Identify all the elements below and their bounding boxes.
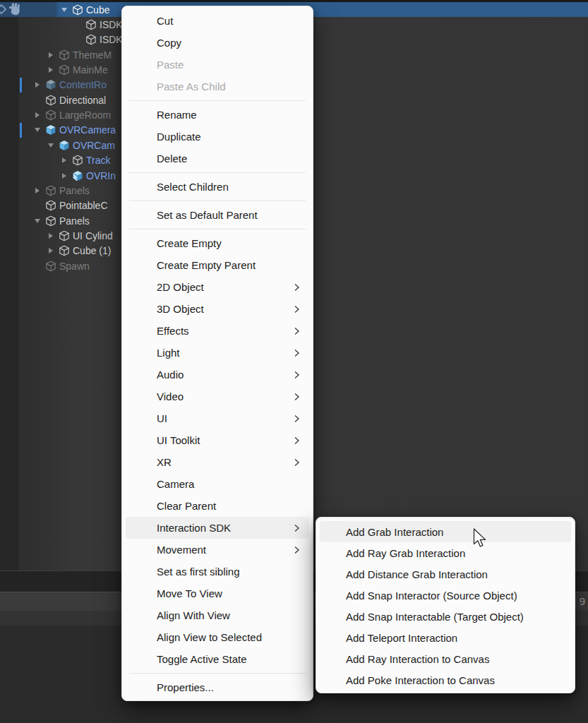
row-label: Directional <box>59 95 106 106</box>
submenu-chevron-icon <box>294 326 300 336</box>
status-count: 9 <box>580 595 585 607</box>
menu-item-3d-object[interactable]: 3D Object <box>126 298 309 320</box>
unity-editor-screen: CubeISDKISDKThemeMMainMeContentRoDirecti… <box>0 0 588 723</box>
menu-item-add-ray-grab-interaction[interactable]: Add Ray Grab Interaction <box>320 542 571 563</box>
menu-item-ui[interactable]: UI <box>126 407 309 429</box>
submenu-chevron-icon <box>294 392 300 402</box>
menu-item-audio[interactable]: Audio <box>126 364 309 386</box>
menu-item-label: Copy <box>157 37 181 49</box>
expand-arrow-icon[interactable] <box>44 62 57 77</box>
row-label: Panels <box>59 185 90 196</box>
expand-arrow-placeholder <box>31 198 44 213</box>
menu-separator <box>129 100 306 101</box>
menu-separator <box>129 201 306 201</box>
expand-arrow-icon[interactable] <box>58 168 71 183</box>
menu-item-duplicate[interactable]: Duplicate <box>126 126 309 148</box>
submenu-chevron-icon <box>294 458 300 467</box>
menu-item-label: Align View to Selected <box>157 631 262 643</box>
menu-item-2d-object[interactable]: 2D Object <box>126 276 309 298</box>
menu-item-label: Audio <box>157 369 184 381</box>
menu-item-video[interactable]: Video <box>126 386 309 407</box>
menu-item-label: Paste <box>157 59 184 71</box>
menu-item-label: Paste As Child <box>157 80 226 92</box>
menu-item-copy[interactable]: Copy <box>126 32 309 54</box>
expand-arrow-placeholder <box>71 32 84 47</box>
menu-item-toggle-active-state[interactable]: Toggle Active State <box>126 648 309 670</box>
menu-item-label: Create Empty Parent <box>157 259 256 271</box>
menu-item-paste: Paste <box>126 54 309 76</box>
menu-item-add-snap-interactable-target-object[interactable]: Add Snap Interactable (Target Object) <box>320 606 571 627</box>
menu-item-move-to-view[interactable]: Move To View <box>126 582 309 604</box>
expand-arrow-icon[interactable] <box>31 107 44 122</box>
menu-item-label: Align With View <box>157 609 230 621</box>
menu-item-create-empty-parent[interactable]: Create Empty Parent <box>126 254 309 276</box>
expand-arrow-icon[interactable] <box>44 244 57 258</box>
menu-item-label: Duplicate <box>157 131 201 143</box>
prefab-instance-bar <box>20 123 22 138</box>
expand-arrow-icon[interactable] <box>44 228 57 243</box>
expand-arrow-icon[interactable] <box>31 183 44 198</box>
menu-item-label: Add Teleport Interaction <box>346 632 457 644</box>
row-label: Panels <box>59 215 90 227</box>
menu-item-set-as-first-sibling[interactable]: Set as first sibling <box>126 561 309 582</box>
menu-item-label: Add Grab Interaction <box>346 526 443 538</box>
cube-outline-icon <box>44 215 57 227</box>
menu-item-label: Add Distance Grab Interaction <box>346 568 488 580</box>
menu-item-delete[interactable]: Delete <box>126 148 309 169</box>
menu-item-align-view-to-selected[interactable]: Align View to Selected <box>126 626 309 648</box>
expand-arrow-icon[interactable] <box>58 2 71 17</box>
menu-item-xr[interactable]: XR <box>126 451 309 473</box>
menu-item-add-snap-interactor-source-object[interactable]: Add Snap Interactor (Source Object) <box>320 585 571 606</box>
menu-item-add-grab-interaction[interactable]: Add Grab Interaction <box>320 521 571 542</box>
submenu-chevron-icon <box>294 545 300 555</box>
expand-arrow-placeholder <box>31 92 44 107</box>
row-label: ThemeM <box>73 49 112 61</box>
cube-outline-icon <box>84 19 97 30</box>
row-label: Cube <box>86 4 109 16</box>
menu-item-label: Toggle Active State <box>157 653 247 665</box>
menu-item-label: Properties... <box>157 681 214 693</box>
menu-item-label: Interaction SDK <box>157 522 231 534</box>
menu-item-align-with-view[interactable]: Align With View <box>126 604 309 626</box>
menu-item-ui-toolkit[interactable]: UI Toolkit <box>126 429 309 451</box>
expand-arrow-icon[interactable] <box>31 213 44 228</box>
menu-item-interaction-sdk[interactable]: Interaction SDK <box>126 517 309 539</box>
submenu-chevron-icon <box>294 370 300 380</box>
menu-item-camera[interactable]: Camera <box>126 473 309 495</box>
expand-arrow-icon[interactable] <box>31 123 44 138</box>
submenu-chevron-icon <box>294 348 300 358</box>
cube-outline-icon <box>44 200 57 211</box>
menu-item-cut[interactable]: Cut <box>126 10 309 32</box>
menu-item-clear-parent[interactable]: Clear Parent <box>126 495 309 517</box>
menu-item-set-as-default-parent[interactable]: Set as Default Parent <box>126 204 309 226</box>
expand-arrow-placeholder <box>71 17 84 32</box>
row-label: ContentRo <box>59 79 107 90</box>
menu-item-label: Add Snap Interactor (Source Object) <box>346 590 517 602</box>
expand-arrow-icon[interactable] <box>31 78 44 92</box>
cube-outline-icon <box>71 155 84 166</box>
panel-top-edge <box>0 0 588 2</box>
menu-item-movement[interactable]: Movement <box>126 539 309 561</box>
menu-item-rename[interactable]: Rename <box>126 104 309 126</box>
row-label: Cube (1) <box>73 245 111 256</box>
cube-outline-icon <box>57 49 71 61</box>
menu-item-create-empty[interactable]: Create Empty <box>126 232 309 254</box>
menu-item-add-distance-grab-interaction[interactable]: Add Distance Grab Interaction <box>320 563 571 585</box>
menu-item-label: Effects <box>157 325 189 337</box>
expand-arrow-icon[interactable] <box>44 138 57 153</box>
menu-item-effects[interactable]: Effects <box>126 320 309 342</box>
expand-arrow-icon[interactable] <box>44 47 57 62</box>
menu-item-label: Create Empty <box>157 237 222 249</box>
expand-arrow-icon[interactable] <box>58 153 71 168</box>
menu-item-properties[interactable]: Properties... <box>126 676 309 698</box>
row-label: OVRIn <box>86 170 116 181</box>
menu-item-label: Add Ray Interaction to Canvas <box>346 653 489 665</box>
menu-item-add-ray-interaction-to-canvas[interactable]: Add Ray Interaction to Canvas <box>320 648 571 669</box>
cube-outline-icon <box>57 245 71 256</box>
menu-item-light[interactable]: Light <box>126 342 309 364</box>
menu-item-select-children[interactable]: Select Children <box>126 176 309 198</box>
menu-item-add-poke-interaction-to-canvas[interactable]: Add Poke Interaction to Canvas <box>320 669 571 691</box>
menu-item-label: Delete <box>157 153 187 165</box>
row-label: OVRCam <box>73 140 115 151</box>
menu-item-add-teleport-interaction[interactable]: Add Teleport Interaction <box>320 627 571 648</box>
